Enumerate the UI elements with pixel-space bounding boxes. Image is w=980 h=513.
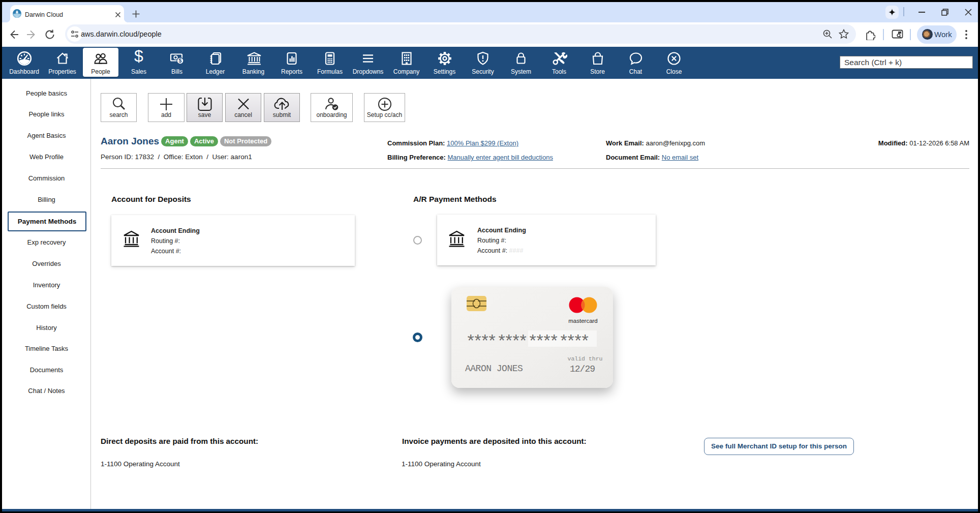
svg-text:$: $ [179, 57, 182, 64]
svg-text:mastercard: mastercard [568, 318, 598, 324]
